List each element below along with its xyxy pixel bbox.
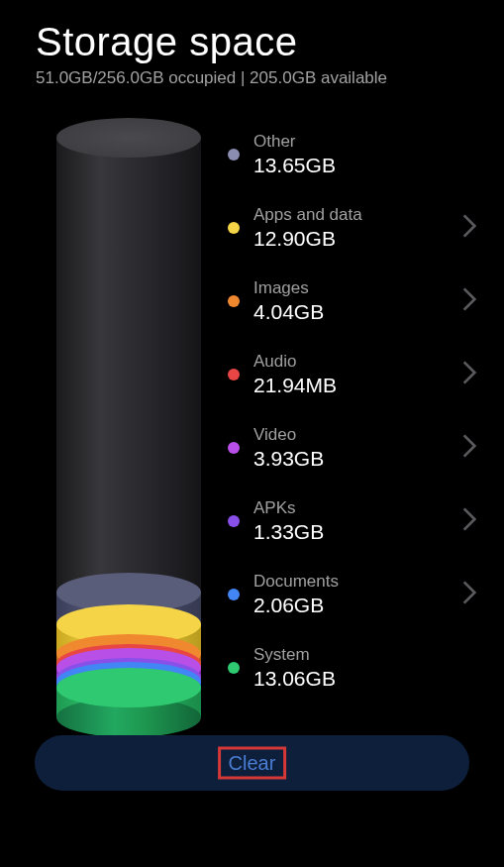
category-size: 13.06GB [253, 667, 484, 691]
dot-icon [228, 442, 240, 454]
category-size: 1.33GB [253, 520, 462, 544]
list-item-documents[interactable]: Documents 2.06GB [228, 558, 484, 631]
category-list: Other 13.65GB Apps and data 12.90GB Imag… [218, 118, 484, 717]
category-label: Audio [253, 352, 462, 372]
list-item-video[interactable]: Video 3.93GB [228, 411, 484, 485]
category-size: 21.94MB [253, 374, 462, 397]
category-label: Apps and data [253, 205, 462, 225]
category-label: APKs [253, 498, 462, 518]
chevron-right-icon [462, 214, 476, 242]
list-item-apps[interactable]: Apps and data 12.90GB [228, 191, 484, 265]
chevron-right-icon [462, 361, 476, 388]
clear-button[interactable]: Clear [35, 735, 469, 791]
header: Storage space 51.0GB/256.0GB occupied | … [0, 0, 504, 88]
category-size: 12.90GB [253, 227, 462, 251]
list-item-apks[interactable]: APKs 1.33GB [228, 485, 484, 558]
chevron-right-icon [462, 434, 476, 462]
category-size: 4.04GB [253, 300, 462, 324]
storage-summary: 51.0GB/256.0GB occupied | 205.0GB availa… [36, 68, 468, 88]
cylinder-segment-system [56, 688, 201, 717]
dot-icon [228, 515, 240, 527]
category-size: 13.65GB [253, 154, 484, 177]
dot-icon [228, 369, 240, 380]
category-label: Video [253, 425, 462, 445]
chevron-right-icon [462, 507, 476, 535]
category-label: Other [253, 132, 484, 152]
category-label: Documents [253, 572, 462, 592]
list-item-images[interactable]: Images 4.04GB [228, 265, 484, 338]
category-size: 3.93GB [253, 447, 462, 471]
page-title: Storage space [36, 20, 468, 64]
chevron-right-icon [462, 287, 476, 315]
dot-icon [228, 589, 240, 600]
list-item-audio[interactable]: Audio 21.94MB [228, 338, 484, 411]
category-size: 2.06GB [253, 594, 462, 617]
dot-icon [228, 662, 240, 674]
clear-button-label: Clear [218, 747, 287, 780]
content: Other 13.65GB Apps and data 12.90GB Imag… [0, 88, 504, 717]
list-item-system: System 13.06GB [228, 631, 484, 704]
list-item-other: Other 13.65GB [228, 118, 484, 191]
dot-icon [228, 149, 240, 161]
storage-cylinder-chart [40, 118, 218, 717]
dot-icon [228, 222, 240, 234]
dot-icon [228, 295, 240, 307]
chevron-right-icon [462, 581, 476, 608]
category-label: Images [253, 278, 462, 298]
category-label: System [253, 645, 484, 665]
